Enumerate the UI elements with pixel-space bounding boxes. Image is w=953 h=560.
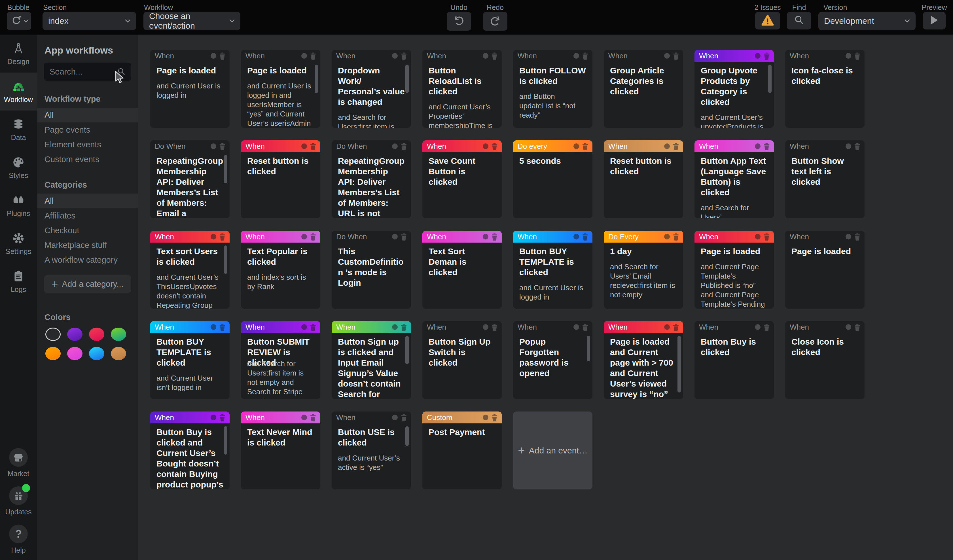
workflow-card[interactable]: WhenPage is loadedand Current Page Templ… (694, 231, 774, 309)
color-swatch-orange[interactable] (45, 347, 61, 360)
trash-icon[interactable] (491, 143, 498, 150)
color-dot-icon[interactable] (211, 143, 216, 149)
color-dot-icon[interactable] (211, 324, 216, 330)
workflow-card[interactable]: WhenButton FOLLOW is clickedand Button u… (513, 50, 593, 128)
color-dot-icon[interactable] (755, 53, 761, 59)
trash-icon[interactable] (400, 143, 407, 150)
workflow-card[interactable]: WhenIcon fa-close is clicked (785, 50, 865, 128)
color-swatch-default[interactable] (45, 327, 61, 341)
workflow-card[interactable]: WhenPopup Forgotten password is opened (513, 321, 593, 399)
workflow-card[interactable]: WhenPage is loaded and Current page with… (604, 321, 683, 399)
trash-icon[interactable] (764, 233, 770, 240)
color-dot-icon[interactable] (392, 143, 398, 149)
trash-icon[interactable] (854, 323, 861, 331)
color-swatch-green[interactable] (111, 327, 126, 341)
color-dot-icon[interactable] (301, 53, 307, 59)
color-swatch-red[interactable] (89, 327, 104, 341)
color-dot-icon[interactable] (846, 53, 851, 59)
color-swatch-pink[interactable] (67, 347, 82, 360)
sidebar-item-updates[interactable]: Updates (5, 486, 31, 516)
workflow-type-item-custom-events[interactable]: Custom events (37, 152, 138, 167)
workflow-card[interactable]: WhenText Never Mind is clicked (241, 411, 320, 489)
workflow-type-item-page-events[interactable]: Page events (37, 123, 138, 137)
trash-icon[interactable] (400, 323, 407, 331)
card-scrollbar[interactable] (768, 65, 771, 93)
trash-icon[interactable] (491, 233, 498, 240)
trash-icon[interactable] (764, 323, 770, 331)
card-scrollbar[interactable] (405, 426, 409, 446)
workflow-card[interactable]: WhenClose Icon is clicked (785, 321, 865, 399)
color-dot-icon[interactable] (846, 234, 851, 239)
workflow-card[interactable]: WhenPage is loadedand Current User is lo… (241, 50, 320, 128)
preview-button[interactable] (923, 12, 946, 29)
color-dot-icon[interactable] (392, 234, 398, 239)
trash-icon[interactable] (400, 52, 407, 60)
workflow-type-item-element-events[interactable]: Element events (37, 137, 138, 152)
color-dot-icon[interactable] (483, 415, 488, 420)
trash-icon[interactable] (764, 143, 770, 150)
card-scrollbar[interactable] (405, 336, 409, 364)
sidebar-item-plugins[interactable]: Plugins (0, 186, 37, 225)
color-dot-icon[interactable] (483, 324, 488, 330)
card-scrollbar[interactable] (677, 336, 681, 392)
workflow-card[interactable]: WhenText sort Users is clickedand Curren… (150, 231, 230, 309)
workflow-card[interactable]: WhenText Popular is clickedand index’s s… (241, 231, 320, 309)
color-dot-icon[interactable] (755, 234, 761, 239)
color-dot-icon[interactable] (211, 53, 216, 59)
bubble-menu-button[interactable] (7, 12, 31, 30)
color-dot-icon[interactable] (573, 53, 579, 59)
category-item-marketplace-stuff[interactable]: Marketplace stuff (37, 238, 138, 253)
trash-icon[interactable] (673, 143, 679, 150)
color-dot-icon[interactable] (211, 415, 216, 420)
workflow-card[interactable]: WhenButton BUY TEMPLATE is clickedand Cu… (513, 231, 593, 309)
color-dot-icon[interactable] (664, 53, 670, 59)
sidebar-item-help[interactable]: ?Help (9, 524, 28, 554)
color-dot-icon[interactable] (392, 324, 398, 330)
find-button[interactable] (787, 12, 811, 29)
color-dot-icon[interactable] (664, 143, 670, 149)
color-dot-icon[interactable] (301, 324, 307, 330)
sidebar-item-logs[interactable]: Logs (0, 262, 37, 300)
issues-button[interactable] (755, 12, 780, 29)
color-dot-icon[interactable] (664, 234, 670, 239)
color-dot-icon[interactable] (573, 143, 579, 149)
sidebar-item-design[interactable]: Design (0, 34, 37, 73)
trash-icon[interactable] (310, 233, 317, 240)
sidebar-item-market[interactable]: Market (8, 448, 29, 478)
color-dot-icon[interactable] (483, 143, 488, 149)
card-scrollbar[interactable] (405, 65, 409, 93)
trash-icon[interactable] (854, 143, 861, 150)
color-swatch-tan[interactable] (111, 347, 126, 360)
workflow-card[interactable]: WhenButton Sign up is clicked and Input … (332, 321, 411, 399)
color-dot-icon[interactable] (392, 415, 398, 420)
color-dot-icon[interactable] (301, 234, 307, 239)
version-select[interactable]: Development (818, 12, 916, 30)
workflow-card[interactable]: WhenButton Buy is clicked and Current Us… (150, 411, 230, 489)
trash-icon[interactable] (854, 52, 861, 60)
trash-icon[interactable] (310, 414, 317, 421)
trash-icon[interactable] (219, 414, 226, 421)
workflow-card[interactable]: WhenButton SUBMIT REVIEW is clickedand S… (241, 321, 320, 399)
trash-icon[interactable] (582, 323, 588, 331)
workflow-card[interactable]: WhenButton USE is clickedand Current Use… (332, 411, 411, 489)
trash-icon[interactable] (582, 143, 588, 150)
workflow-select[interactable]: Choose an event/action (143, 12, 241, 30)
category-item-all[interactable]: All (37, 194, 138, 208)
trash-icon[interactable] (310, 52, 317, 60)
trash-icon[interactable] (400, 233, 407, 240)
workflow-card[interactable]: WhenGroup Article Categories is clicked (604, 50, 683, 128)
workflow-card[interactable]: Do every5 seconds (513, 140, 593, 218)
workflow-card[interactable]: WhenDropdown Work/ Personal’s value is c… (332, 50, 411, 128)
workflow-type-item-all[interactable]: All (37, 108, 138, 123)
trash-icon[interactable] (219, 52, 226, 60)
add-event-card[interactable]: +Add an event… (513, 411, 593, 489)
color-dot-icon[interactable] (301, 415, 307, 420)
workflow-card[interactable]: Do WhenRepeatingGroup Membership API: De… (150, 140, 230, 218)
trash-icon[interactable] (310, 323, 317, 331)
card-scrollbar[interactable] (224, 245, 227, 274)
trash-icon[interactable] (310, 143, 317, 150)
color-swatch-purple[interactable] (67, 327, 82, 341)
add-category-button[interactable]: + Add a category... (44, 275, 131, 293)
workflow-card[interactable]: WhenButton Sign Up Switch is clicked (422, 321, 502, 399)
color-dot-icon[interactable] (664, 324, 670, 330)
